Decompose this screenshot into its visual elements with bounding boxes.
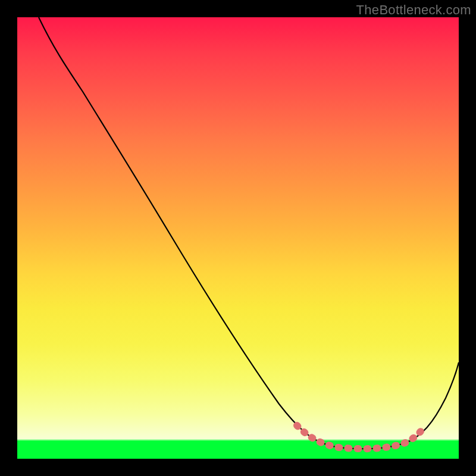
bottleneck-curve	[17, 17, 459, 459]
curve-main	[39, 17, 459, 449]
watermark-text: TheBottleneck.com	[356, 2, 471, 18]
chart-plot-area	[17, 17, 459, 459]
sweet-spot-highlight	[297, 425, 425, 449]
